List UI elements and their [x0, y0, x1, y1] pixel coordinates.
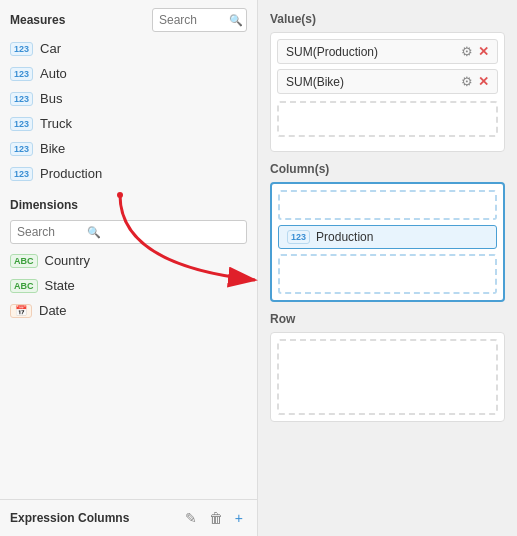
measures-search-icon: 🔍 — [229, 14, 243, 27]
measure-item-truck[interactable]: 123 Truck — [0, 111, 257, 136]
dimensions-label: Dimensions — [10, 198, 78, 212]
measure-item-production[interactable]: 123 Production — [0, 161, 257, 186]
bus-label: Bus — [40, 91, 62, 106]
row-drop-zone — [277, 339, 498, 415]
dimensions-search-row: 🔍 — [0, 216, 257, 248]
row-box — [270, 332, 505, 422]
dimensions-search-box[interactable]: 🔍 — [10, 220, 247, 244]
sum-bike-close-icon[interactable]: ✕ — [478, 74, 489, 89]
production-label: Production — [40, 166, 102, 181]
production-col-badge: 123 — [287, 230, 310, 244]
dimension-item-date[interactable]: 📅 Date — [0, 298, 257, 323]
measures-search-input[interactable] — [159, 13, 229, 27]
date-badge: 📅 — [10, 304, 32, 318]
edit-expression-button[interactable]: ✎ — [181, 508, 201, 528]
dimension-item-country[interactable]: ABC Country — [0, 248, 257, 273]
dimension-item-state[interactable]: ABC State — [0, 273, 257, 298]
production-column-chip: 123 Production — [278, 225, 497, 249]
truck-badge: 123 — [10, 117, 33, 131]
delete-expression-button[interactable]: 🗑 — [205, 508, 227, 528]
measures-label: Measures — [10, 13, 65, 27]
bus-badge: 123 — [10, 92, 33, 106]
sum-production-close-icon[interactable]: ✕ — [478, 44, 489, 59]
value-chip-sum-bike: SUM(Bike) ⚙ ✕ — [277, 69, 498, 94]
bike-badge: 123 — [10, 142, 33, 156]
row-label: Row — [270, 312, 505, 326]
country-label: Country — [45, 253, 91, 268]
date-label: Date — [39, 303, 66, 318]
production-col-label: Production — [316, 230, 373, 244]
dimensions-search-icon: 🔍 — [87, 226, 101, 239]
left-panel: Measures 🔍 123 Car 123 Auto 123 Bus 123 … — [0, 0, 258, 536]
values-section: Value(s) SUM(Production) ⚙ ✕ SUM(Bike) ⚙… — [270, 12, 505, 152]
columns-drop-zone-top — [278, 190, 497, 220]
expression-columns-label: Expression Columns — [10, 511, 177, 525]
measure-item-auto[interactable]: 123 Auto — [0, 61, 257, 86]
columns-section: Column(s) 123 Production — [270, 162, 505, 302]
auto-badge: 123 — [10, 67, 33, 81]
expression-columns-footer: Expression Columns ✎ 🗑 + — [0, 499, 257, 536]
add-expression-button[interactable]: + — [231, 508, 247, 528]
values-box: SUM(Production) ⚙ ✕ SUM(Bike) ⚙ ✕ — [270, 32, 505, 152]
car-label: Car — [40, 41, 61, 56]
state-label: State — [45, 278, 75, 293]
values-drop-zone — [277, 101, 498, 137]
measures-search-box[interactable]: 🔍 — [152, 8, 247, 32]
columns-label: Column(s) — [270, 162, 505, 176]
sum-bike-gear-icon[interactable]: ⚙ — [461, 74, 473, 89]
truck-label: Truck — [40, 116, 72, 131]
values-label: Value(s) — [270, 12, 505, 26]
columns-box: 123 Production — [270, 182, 505, 302]
dimensions-header: Dimensions — [0, 190, 257, 216]
auto-label: Auto — [40, 66, 67, 81]
production-badge: 123 — [10, 167, 33, 181]
bike-label: Bike — [40, 141, 65, 156]
measure-item-bike[interactable]: 123 Bike — [0, 136, 257, 161]
state-badge: ABC — [10, 279, 38, 293]
right-panel: Value(s) SUM(Production) ⚙ ✕ SUM(Bike) ⚙… — [258, 0, 517, 536]
sum-bike-label: SUM(Bike) — [286, 75, 455, 89]
measure-item-bus[interactable]: 123 Bus — [0, 86, 257, 111]
measures-header: Measures 🔍 — [0, 0, 257, 36]
sum-production-gear-icon[interactable]: ⚙ — [461, 44, 473, 59]
columns-drop-zone-bottom — [278, 254, 497, 294]
car-badge: 123 — [10, 42, 33, 56]
sum-production-label: SUM(Production) — [286, 45, 455, 59]
value-chip-sum-production: SUM(Production) ⚙ ✕ — [277, 39, 498, 64]
measure-item-car[interactable]: 123 Car — [0, 36, 257, 61]
dimensions-search-input[interactable] — [17, 225, 87, 239]
country-badge: ABC — [10, 254, 38, 268]
row-section: Row — [270, 312, 505, 422]
